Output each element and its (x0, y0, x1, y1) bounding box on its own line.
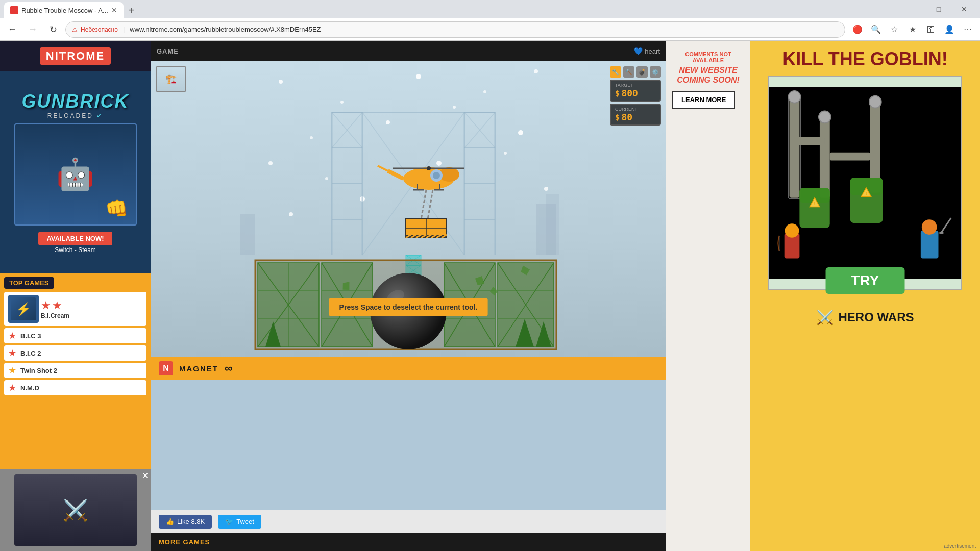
profile-shield-icon[interactable]: 🔴 (849, 21, 866, 38)
tab-bar: Rubble Trouble Moscow - A... ✕ + (4, 0, 140, 18)
social-bar: 👍 Like 8.8K 🐦 Tweet (151, 510, 666, 533)
heart-label: 💙 heart (634, 47, 660, 55)
ad-graphic: ⚔️ (63, 498, 88, 522)
menu-button[interactable]: ⋯ (960, 21, 976, 38)
nitrome-logo[interactable]: NITROME (40, 47, 111, 65)
svg-point-9 (268, 161, 273, 165)
switch-steam-label: Switch - Steam (55, 246, 96, 254)
zoom-icon[interactable]: 🔍 (868, 21, 884, 38)
accounts-icon[interactable]: ⚿ (923, 21, 939, 38)
star-icon: ★ (8, 382, 16, 393)
more-games-bar: MORE GAMES (151, 533, 666, 551)
featured-game-info: ★ ★ B.I.Cream (41, 295, 69, 323)
list-item[interactable]: ★ Twin Shot 2 (4, 363, 146, 378)
list-item[interactable]: ★ B.I.C 2 (4, 345, 146, 361)
infinity-symbol: ∞ (225, 362, 233, 375)
heart-text: heart (645, 47, 660, 55)
svg-rect-106 (546, 194, 559, 255)
tooltip-box: Press Space to deselect the current tool… (329, 298, 488, 316)
gunbrick-title: GUNBRICK (22, 91, 129, 112)
bottom-ad-close[interactable]: ✕ (142, 471, 149, 480)
top-games-section: TOP GAMES ⚡ ★ ★ B.I.Cream (0, 273, 151, 469)
svg-line-52 (378, 166, 388, 171)
minimize-button[interactable]: — (901, 0, 925, 18)
star-icon[interactable]: ☆ (886, 21, 902, 38)
magnet-bar: N MAGNET ∞ (151, 357, 666, 380)
list-item[interactable]: ★ N.M.D (4, 380, 146, 395)
svg-rect-104 (240, 214, 255, 255)
svg-point-50 (427, 166, 431, 170)
game-name: B.I.C 3 (20, 332, 41, 340)
svg-point-6 (386, 120, 390, 124)
svg-line-51 (388, 171, 403, 179)
star-icon-1: ★ (41, 299, 51, 312)
svg-point-127 (785, 223, 799, 238)
svg-point-11 (436, 161, 442, 166)
comments-unavailable: COMMENTS NOT AVAILABLE (672, 51, 744, 63)
star-icon-2: ★ (52, 299, 62, 312)
learn-more-button[interactable]: LEARN MORE (672, 91, 735, 109)
heart-icon: 💙 (634, 47, 643, 55)
svg-rect-117 (830, 152, 870, 160)
game-scene[interactable]: 🔧 🔨 💣 ⚙️ TARGET $ 800 (151, 61, 666, 357)
gunbrick-ad[interactable]: GUNBRICK RELOADED ✔ 🤖 👊 AVAILABLE NOW! S… (0, 71, 151, 273)
svg-rect-132 (939, 232, 943, 234)
nitrome-header: NITROME (0, 41, 151, 71)
active-tab[interactable]: Rubble Trouble Moscow - A... ✕ (4, 2, 124, 18)
address-text[interactable]: www.nitrome.com/games/rubbletroublemosco… (130, 26, 839, 33)
hand-graphic: 👊 (105, 198, 128, 219)
hero-wars-icon: ⚔️ (816, 309, 834, 326)
tab-title: Rubble Trouble Moscow - A... (21, 7, 108, 14)
game-label: GAME (157, 47, 179, 55)
svg-text:!: ! (814, 200, 815, 206)
new-tab-button[interactable]: + (124, 2, 140, 18)
toolbar-icons: 🔴 🔍 ☆ ★ ⚿ 👤 ⋯ (849, 21, 976, 38)
star-rating: ★ ★ (41, 299, 69, 312)
svg-point-116 (869, 95, 881, 108)
hero-wars-text: HERO WARS (838, 310, 914, 324)
bottom-ad-slot: ✕ ⚔️ ✕ (0, 469, 151, 551)
featured-game-row[interactable]: ⚡ ★ ★ B.I.Cream (4, 292, 146, 326)
svg-rect-114 (794, 137, 824, 145)
bookmark-icon[interactable]: ★ (904, 21, 921, 38)
like-label: Like 8.8K (177, 518, 205, 525)
user-icon[interactable]: 👤 (941, 21, 958, 38)
game-area: GAME 💙 heart 🔧 🔨 💣 ⚙️ (151, 41, 666, 551)
try-button[interactable]: TRY (826, 267, 905, 294)
list-item[interactable]: ★ B.I.C 3 (4, 328, 146, 343)
twitter-icon: 🐦 (225, 518, 233, 525)
available-now-label: AVAILABLE NOW! (38, 232, 112, 245)
ad-content: KILL THE GOBLIN! (750, 41, 980, 551)
comments-notice: COMMENTS NOT AVAILABLE NEW WEBSITE COMIN… (666, 41, 750, 119)
gunbrick-game-area: 🤖 👊 (14, 123, 137, 226)
maximize-button[interactable]: □ (927, 0, 950, 18)
magnet-label: MAGNET (179, 364, 218, 373)
hero-wars-section: ⚔️ HERO WARS (758, 305, 972, 330)
svg-point-12 (504, 152, 507, 155)
svg-point-113 (819, 111, 831, 123)
like-button[interactable]: 👍 Like 8.8K (159, 515, 212, 529)
svg-point-3 (483, 90, 486, 93)
svg-point-10 (325, 177, 328, 180)
close-button[interactable]: ✕ (952, 0, 976, 18)
tweet-label: Tweet (236, 518, 254, 525)
game-name: B.I.C 2 (20, 349, 41, 357)
reload-button[interactable]: ↻ (45, 21, 61, 38)
game-name: N.M.D (20, 384, 39, 392)
advertisement-label: advertisement (944, 543, 976, 549)
forward-button[interactable]: → (24, 21, 41, 38)
address-input[interactable]: ⚠ Небезопасно | www.nitrome.com/games/ru… (65, 21, 845, 38)
security-text: Небезопасно (81, 26, 118, 33)
tweet-button[interactable]: 🐦 Tweet (218, 515, 261, 529)
hero-wars-logo: HERO WARS (838, 310, 914, 324)
thumbnail-icon: 🏗️ (165, 73, 177, 85)
game-name: Twin Shot 2 (20, 367, 57, 374)
back-button[interactable]: ← (4, 21, 20, 38)
svg-point-1 (340, 101, 344, 104)
svg-point-4 (534, 69, 538, 73)
svg-text:!: ! (865, 190, 867, 195)
nitrome-n-logo: N (159, 361, 173, 375)
tab-close-button[interactable]: ✕ (111, 6, 117, 14)
game-canvas-wrapper[interactable]: 🔧 🔨 💣 ⚙️ TARGET $ 800 (151, 61, 666, 510)
svg-rect-129 (921, 231, 939, 258)
